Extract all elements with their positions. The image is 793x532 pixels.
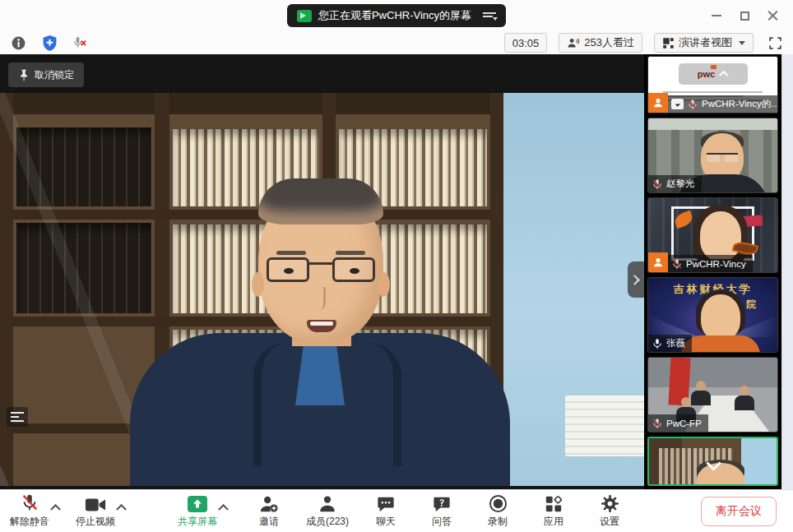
participant-namebar: 张薇 xyxy=(648,335,692,352)
shield-plus-icon xyxy=(42,35,58,52)
apps-grid-icon xyxy=(545,495,563,513)
share-screen-icon xyxy=(187,495,208,513)
thumbnail-participant[interactable]: PwCHR-Vincy xyxy=(647,197,778,273)
audio-options-chevron[interactable] xyxy=(49,495,61,520)
screen-share-icon xyxy=(297,10,312,22)
view-mode-caret-icon xyxy=(739,41,745,45)
participant-namebar: PwCHR-Vincy xyxy=(668,255,753,272)
members-button[interactable]: 成员(223) xyxy=(306,493,349,529)
camera-icon xyxy=(85,497,106,513)
maximize-button[interactable] xyxy=(730,3,758,28)
qa-icon xyxy=(433,495,451,513)
mic-muted-icon xyxy=(20,493,39,513)
invite-label: 邀请 xyxy=(259,515,279,529)
person-badge-icon xyxy=(652,97,664,109)
view-mode-label: 演讲者视图 xyxy=(679,35,732,50)
invite-button[interactable]: 邀请 xyxy=(250,493,288,529)
screen-watch-text: 您正在观看PwCHR-Vincy的屏幕 xyxy=(318,8,471,23)
main-area: 取消锁定 xyxy=(0,54,793,489)
share-screen-label: 共享屏幕 xyxy=(178,515,217,529)
control-bar: 解除静音 停止视频 xyxy=(0,489,793,532)
participant-name: 赵黎光 xyxy=(666,178,695,190)
participant-name: PwCHR-Vincy的… xyxy=(702,98,778,110)
apps-label: 应用 xyxy=(544,515,563,529)
meeting-info-button[interactable] xyxy=(8,33,28,53)
minimize-button[interactable] xyxy=(703,3,730,28)
viewer-count-label: 253人看过 xyxy=(584,35,634,50)
share-preview-collapse-button[interactable]: pwc xyxy=(679,63,748,85)
mic-muted-icon xyxy=(671,258,683,270)
chat-button[interactable]: 聊天 xyxy=(367,493,405,529)
leave-meeting-button[interactable]: 离开会议 xyxy=(701,497,777,526)
unmute-label: 解除静音 xyxy=(10,515,49,529)
window-controls xyxy=(703,0,786,31)
gear-icon xyxy=(601,494,619,513)
view-mode-button[interactable]: 演讲者视图 xyxy=(654,33,754,53)
participant-namebar: 赵黎光 xyxy=(648,175,702,192)
stop-video-button[interactable]: 停止视频 xyxy=(76,493,115,529)
pwc-logo: pwc xyxy=(698,69,715,79)
audio-disconnected-button[interactable] xyxy=(71,33,90,53)
share-screen-button[interactable]: 共享屏幕 xyxy=(178,493,217,529)
viewer-count-button[interactable]: 253人看过 xyxy=(559,33,642,53)
participant-name: PwCHR-Vincy xyxy=(686,259,746,269)
settings-button[interactable]: 设置 xyxy=(591,493,628,529)
unmute-button[interactable]: 解除静音 xyxy=(10,493,49,529)
thumbnail-participant[interactable]: PwC-FP xyxy=(647,357,778,433)
unpin-video-button[interactable]: 取消锁定 xyxy=(8,62,84,87)
unpin-label: 取消锁定 xyxy=(35,68,74,82)
viewers-icon xyxy=(567,37,580,49)
record-button[interactable]: 录制 xyxy=(479,493,517,529)
sidebar-collapse-handle[interactable] xyxy=(628,261,644,298)
record-icon xyxy=(489,494,508,513)
share-options-chevron[interactable] xyxy=(217,495,229,520)
sidebar-scrollbar[interactable] xyxy=(781,54,793,489)
qa-button[interactable]: 问答 xyxy=(423,493,461,529)
meeting-toolbar: 03:05 253人看过 演讲者视图 xyxy=(0,31,793,54)
apps-button[interactable]: 应用 xyxy=(535,493,573,529)
stage: 取消锁定 xyxy=(0,54,644,489)
participant-name: 张薇 xyxy=(666,337,685,349)
mic-muted-icon xyxy=(652,418,663,429)
banner-menu-icon[interactable] xyxy=(483,11,496,21)
speaker-glasses xyxy=(267,257,375,282)
fullscreen-button[interactable] xyxy=(765,33,785,53)
mic-muted-icon xyxy=(687,99,698,110)
main-speaker-video xyxy=(0,93,644,486)
chevron-up-icon xyxy=(719,71,728,80)
thumbnail-active-speaker[interactable] xyxy=(647,437,778,486)
screen-watch-banner[interactable]: 您正在观看PwCHR-Vincy的屏幕 xyxy=(287,4,506,27)
host-badge xyxy=(648,93,668,113)
chat-icon xyxy=(377,495,395,513)
thumbnail-participant[interactable]: 赵黎光 xyxy=(647,118,778,193)
agenda-list-button[interactable] xyxy=(7,407,28,427)
speaker-figure xyxy=(0,93,502,486)
stop-video-label: 停止视频 xyxy=(76,515,115,529)
chat-label: 聊天 xyxy=(376,515,396,529)
participants-sidebar: pwc PwCHR-Vinc xyxy=(644,54,781,489)
fullscreen-icon xyxy=(768,36,782,50)
thumbnail-participant[interactable]: 吉林财经大学 院 张薇 xyxy=(647,277,778,353)
audio-muted-icon xyxy=(72,35,89,50)
record-label: 录制 xyxy=(488,515,508,529)
video-options-chevron[interactable] xyxy=(115,495,127,520)
maximize-icon xyxy=(740,12,749,21)
mic-muted-icon xyxy=(652,178,663,190)
members-label: 成员(223) xyxy=(306,515,349,529)
speaker-view-icon xyxy=(662,37,675,49)
close-button[interactable] xyxy=(758,3,786,28)
sharing-indicator-icon xyxy=(671,99,684,109)
host-badge xyxy=(648,252,668,272)
qa-label: 问答 xyxy=(432,515,452,529)
timer-value: 03:05 xyxy=(512,37,540,49)
participant-namebar: PwC-FP xyxy=(648,414,708,432)
speaker-face xyxy=(258,182,383,343)
meeting-window: 您正在观看PwCHR-Vincy的屏幕 xyxy=(0,0,793,532)
minimize-icon xyxy=(712,15,721,16)
mic-on-icon xyxy=(652,338,663,349)
video-paper-stack xyxy=(565,396,644,456)
thumbnail-screen-share[interactable]: pwc PwCHR-Vinc xyxy=(647,56,778,113)
scroll-down-chevron-icon[interactable] xyxy=(707,458,719,470)
members-icon xyxy=(318,495,336,513)
encryption-shield-button[interactable] xyxy=(39,33,59,53)
